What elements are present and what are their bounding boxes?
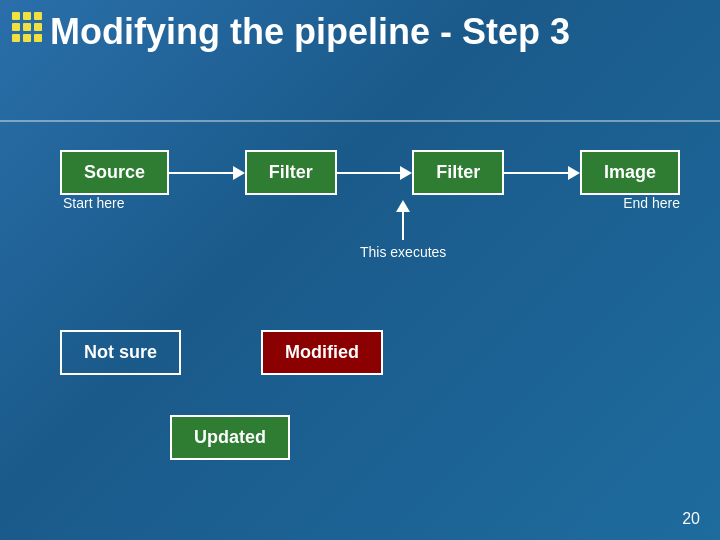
modified-box: Modified [261,330,383,375]
up-arrow-line [402,210,404,240]
arrow-head [233,166,245,180]
not-sure-box: Not sure [60,330,181,375]
end-here-label: End here [623,195,680,211]
arrow-line [504,172,568,174]
dot [23,23,31,31]
start-here-label: Start here [63,195,124,211]
arrow-head [568,166,580,180]
page-number: 20 [682,510,700,528]
dot [23,34,31,42]
dot [34,23,42,31]
arrow-head [400,166,412,180]
filter1-box: Filter [245,150,337,195]
updated-box: Updated [170,415,290,460]
dot [34,12,42,20]
dots-decoration [12,12,42,42]
page-title: Modifying the pipeline - Step 3 [50,10,700,53]
arrow-line [337,172,401,174]
pipeline-row: Source Filter Filter Image [60,150,680,195]
dot [23,12,31,20]
arrow-line [169,172,233,174]
title-area: Modifying the pipeline - Step 3 [50,10,700,53]
bottom-row: Not sure Modified [60,330,383,375]
arrow-1 [169,166,245,180]
title-divider [0,120,720,122]
source-box: Source [60,150,169,195]
dot [12,34,20,42]
dot [12,23,20,31]
filter2-box: Filter [412,150,504,195]
arrow-2 [337,166,413,180]
this-executes-container: This executes [360,200,446,260]
dot [12,12,20,20]
arrow-3 [504,166,580,180]
dot [34,34,42,42]
image-box: Image [580,150,680,195]
this-executes-label: This executes [360,244,446,260]
